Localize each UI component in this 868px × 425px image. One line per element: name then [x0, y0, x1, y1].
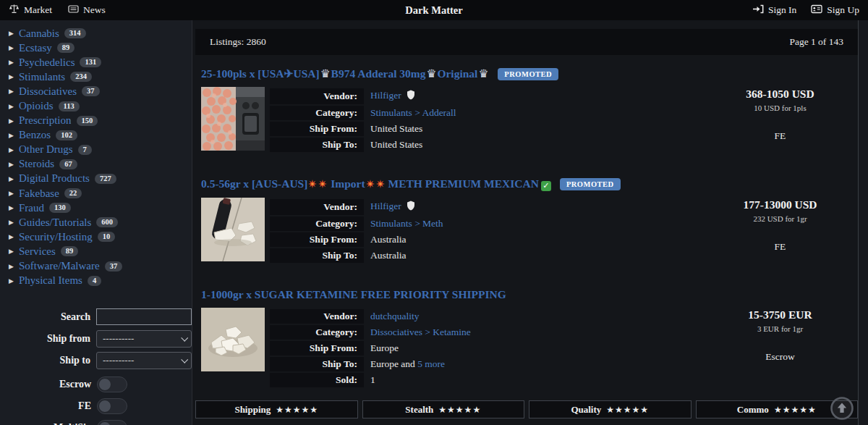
- listing-title-link[interactable]: 0.5-56gr x [AUS-AUS] Import METH PREMIUM…: [201, 177, 551, 191]
- category-link[interactable]: Opioids: [19, 100, 54, 112]
- news-nav-button[interactable]: News: [68, 4, 106, 17]
- category-link[interactable]: Benzos: [19, 129, 51, 141]
- category-link[interactable]: Services: [19, 245, 56, 258]
- category-link[interactable]: Psychedelics: [19, 56, 75, 69]
- detail-value: Australia: [364, 232, 574, 247]
- star-rating-icon: ★★★★★: [438, 405, 481, 415]
- unit-price: 232 USD for 1gr: [702, 214, 858, 223]
- rating-sort-header[interactable]: Stealth ★★★★★: [362, 400, 525, 418]
- chevron-right-icon: ▶: [9, 132, 19, 139]
- detail-row: Category: Stimulants > Meth: [270, 216, 574, 231]
- category-link[interactable]: Stimulants: [19, 71, 65, 83]
- listing-title-link[interactable]: 1-1000gr x SUGAR KETAMINE FREE PRIORITY …: [201, 288, 506, 301]
- category-count-badge: 600: [96, 217, 118, 227]
- category-count-badge: 89: [57, 43, 75, 53]
- detail-value: Stimulants > Adderall: [364, 106, 574, 120]
- sidebar-category-item: ▶ Steroids 67: [9, 157, 192, 172]
- sidebar-category-item: ▶ Other Drugs 7: [9, 143, 192, 157]
- detail-value: Australia: [364, 248, 574, 263]
- detail-text: United States: [370, 123, 422, 134]
- fe-toggle[interactable]: [97, 398, 127, 414]
- detail-row: Ship From: United States: [270, 122, 574, 136]
- category-link[interactable]: Fakebase: [19, 188, 59, 200]
- price-box: 368-1050 USD 10 USD for 1pls FE: [702, 87, 858, 142]
- scroll-to-top-button[interactable]: [829, 395, 855, 421]
- ratings-header-row: Shipping ★★★★★ Stealth ★★★★★ Quality ★★★…: [195, 400, 858, 418]
- fe-label: FE: [9, 400, 91, 412]
- listing-title-link[interactable]: 25-100pls x [USA✈USA]♛B974 Adderal 30mg♛…: [201, 67, 489, 80]
- category-link[interactable]: Software/Malware: [19, 260, 100, 272]
- listing-details: Vendor: Hilfiger Category: Stimulants > …: [270, 199, 574, 263]
- scales-icon: [9, 4, 20, 17]
- rating-label: Stealth: [405, 404, 433, 416]
- rating-label: Shipping: [234, 404, 271, 416]
- category-count-badge: 89: [61, 246, 79, 256]
- price-range: 15-3750 EUR: [702, 308, 858, 321]
- rating-sort-header[interactable]: Quality ★★★★★: [529, 400, 692, 418]
- detail-link[interactable]: dutchquality: [370, 311, 420, 321]
- category-link[interactable]: Steroids: [19, 158, 54, 170]
- detail-value: Hilfiger: [364, 88, 574, 104]
- listing-thumbnail[interactable]: [201, 87, 265, 151]
- category-count-badge: 314: [64, 28, 86, 38]
- toggle-knob: [98, 400, 111, 413]
- chevron-right-icon: ▶: [9, 44, 19, 51]
- sidebar: ▶ Cannabis 314 ▶ Ecstasy 89 ▶ Psychedeli…: [0, 20, 192, 425]
- category-link[interactable]: Ecstasy: [19, 42, 52, 54]
- price-range: 177-13000 USD: [702, 198, 858, 211]
- price-box: 177-13000 USD 232 USD for 1gr FE: [702, 198, 858, 253]
- detail-value: Europe: [364, 341, 574, 355]
- title-text: 25-100pls x [USA✈USA]: [201, 67, 320, 80]
- sidebar-category-item: ▶ Opioids 113: [9, 98, 192, 113]
- category-link[interactable]: Guides/Tutorials: [19, 216, 91, 229]
- crown-icon: ♛: [320, 67, 331, 80]
- multisig-toggle[interactable]: [97, 420, 127, 425]
- title-text: Import: [328, 177, 365, 190]
- category-link[interactable]: Security/Hosting: [19, 231, 93, 243]
- category-link[interactable]: Physical Items: [19, 274, 82, 287]
- category-link[interactable]: Digital Products: [19, 172, 90, 185]
- detail-link[interactable]: Hilfiger: [370, 201, 401, 211]
- sidebar-category-item: ▶ Psychedelics 131: [9, 55, 192, 70]
- detail-row: Ship From: Australia: [270, 232, 574, 247]
- detail-link[interactable]: Dissociatives > Ketamine: [370, 327, 471, 337]
- detail-text: Europe and: [370, 358, 417, 369]
- detail-link[interactable]: Stimulants > Adderall: [370, 107, 456, 118]
- sign-in-button[interactable]: Sign In: [752, 4, 796, 17]
- category-link[interactable]: Prescription: [19, 114, 72, 127]
- category-count-badge: 7: [78, 145, 92, 155]
- listing-thumbnail[interactable]: [201, 308, 265, 371]
- detail-row: Ship To: Europe and 5 more: [270, 357, 574, 371]
- pills-photo: [201, 87, 265, 151]
- category-link[interactable]: Dissociatives: [19, 85, 77, 98]
- listing-thumbnail[interactable]: [201, 198, 265, 261]
- unit-price: 3 EUR for 1gr: [702, 324, 858, 333]
- detail-label: Category:: [270, 216, 364, 231]
- search-input[interactable]: [96, 308, 192, 325]
- market-nav-button[interactable]: Market: [9, 4, 52, 17]
- sign-up-button[interactable]: Sign Up: [811, 4, 859, 17]
- star-rating-icon: ★★★★★: [276, 405, 318, 415]
- detail-link[interactable]: 5 more: [417, 358, 445, 369]
- chevron-right-icon: ▶: [9, 161, 19, 168]
- sidebar-category-item: ▶ Physical Items 4: [9, 274, 192, 288]
- top-bar: Market News Dark Matter Sign In: [0, 0, 868, 20]
- sidebar-category-item: ▶ Ecstasy 89: [9, 41, 192, 55]
- category-link[interactable]: Fraud: [19, 202, 44, 214]
- ship-to-select[interactable]: ----------: [96, 352, 192, 369]
- category-count-badge: 37: [105, 261, 123, 272]
- detail-link[interactable]: Stimulants > Meth: [370, 218, 443, 229]
- payment-type: FE: [702, 241, 858, 253]
- category-link[interactable]: Cannabis: [19, 28, 59, 40]
- category-count-badge: 150: [77, 116, 98, 126]
- escrow-toggle[interactable]: [97, 376, 127, 392]
- ship-from-label: Ship from: [9, 333, 90, 345]
- ship-from-select[interactable]: ----------: [96, 330, 192, 348]
- sidebar-category-item: ▶ Stimulants 234: [9, 70, 192, 84]
- chevron-right-icon: ▶: [9, 73, 19, 80]
- rating-sort-header[interactable]: Shipping ★★★★★: [195, 400, 358, 418]
- detail-link[interactable]: Hilfiger: [370, 90, 401, 101]
- detail-row: Category: Dissociatives > Ketamine: [270, 325, 574, 340]
- category-link[interactable]: Other Drugs: [19, 143, 73, 156]
- title-text: Original: [437, 67, 477, 80]
